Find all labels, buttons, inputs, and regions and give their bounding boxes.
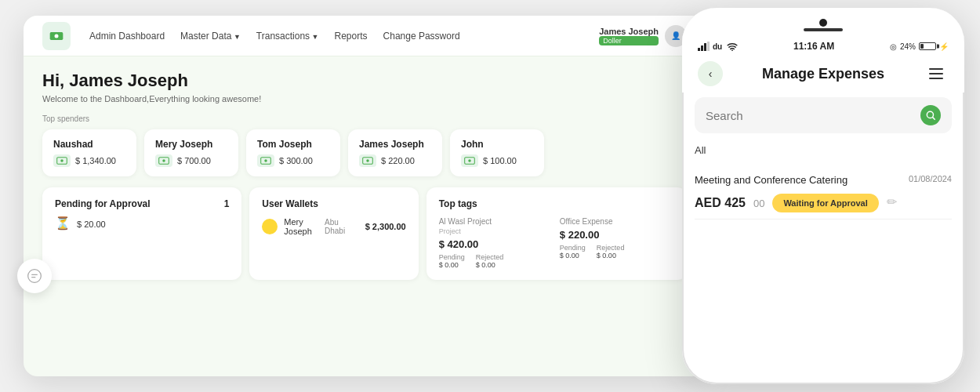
search-icon[interactable] — [920, 105, 941, 125]
phone-camera — [819, 19, 827, 27]
page-title: Manage Expenses — [762, 66, 884, 82]
location-icon: ◎ — [890, 42, 897, 51]
phone-notch — [682, 8, 964, 39]
expense-date: 01/08/2024 — [909, 174, 952, 183]
nav-user-badge: Doller — [599, 36, 659, 45]
tag-pending-label-0: Pending — [439, 253, 465, 261]
svg-point-12 — [28, 270, 42, 283]
wallet-avatar — [262, 219, 278, 234]
pending-title: Pending for Approval — [55, 198, 151, 209]
spender-name-3: James Joseph — [359, 139, 431, 150]
svg-point-7 — [264, 159, 267, 162]
carrier-name: du — [713, 42, 722, 51]
filter-tabs: All — [682, 138, 964, 162]
svg-point-1 — [55, 34, 59, 38]
money-icon-0 — [53, 154, 71, 167]
top-spenders-label: Top spenders — [42, 114, 687, 123]
spender-card-1[interactable]: Mery Joseph $ 700.00 — [144, 129, 238, 176]
svg-rect-14 — [701, 45, 703, 51]
nav-master-data[interactable]: Master Data — [180, 31, 241, 42]
pending-count: 1 — [224, 198, 230, 209]
nav-transactions[interactable]: Transactions — [256, 31, 319, 42]
signal-icon — [698, 42, 710, 51]
status-left: du — [698, 42, 738, 51]
greeting-subtitle: Welcome to the Dashboard,Everything look… — [42, 94, 687, 103]
battery-fill — [920, 44, 924, 49]
tag-pending-value-1: $ 0.00 — [560, 252, 586, 260]
menu-button[interactable] — [924, 61, 949, 86]
floating-chat-button[interactable] — [17, 259, 52, 293]
spender-amount-4: $ 100.00 — [483, 156, 517, 165]
tags-card: Top tags Al Wasl Project Project $ 420.0… — [426, 187, 687, 280]
scene: Admin Dashboard Master Data Transactions… — [0, 0, 980, 392]
hourglass-icon: ⏳ — [55, 216, 72, 233]
expense-amount-cents: 00 — [753, 198, 764, 209]
wallets-title: User Wallets — [262, 198, 405, 209]
spender-card-0[interactable]: Naushad $ 1,340.00 — [42, 129, 136, 176]
expense-item: Meeting and Conference Catering 01/08/20… — [695, 168, 952, 220]
wallet-row[interactable]: Mery Joseph Abu Dhabi $ 2,300.00 — [262, 217, 405, 236]
nav-reports[interactable]: Reports — [335, 31, 368, 42]
menu-line-2 — [929, 73, 943, 74]
nav-admin-dashboard[interactable]: Admin Dashboard — [89, 31, 165, 42]
spender-card-4[interactable]: John $ 100.00 — [450, 129, 544, 176]
search-input[interactable] — [706, 109, 914, 122]
tags-grid: Al Wasl Project Project $ 420.00 Pending… — [439, 217, 674, 269]
pending-amount: $ 20.00 — [77, 220, 106, 229]
menu-line-1 — [929, 68, 943, 70]
svg-point-17 — [731, 49, 733, 51]
wallets-card: User Wallets Mery Joseph Abu Dhabi $ 2,3… — [249, 187, 418, 280]
spender-card-2[interactable]: Tom Joseph $ 300.00 — [246, 129, 340, 176]
expense-name: Meeting and Conference Catering — [695, 174, 848, 186]
pending-card[interactable]: Pending for Approval 1 ⏳ $ 20.00 — [42, 187, 241, 280]
svg-rect-13 — [698, 48, 700, 51]
svg-rect-16 — [707, 42, 710, 51]
tag-group-0: Al Wasl Project Project $ 420.00 Pending… — [439, 217, 554, 269]
lightning-icon: ⚡ — [939, 42, 949, 51]
spender-name-0: Naushad — [53, 139, 125, 150]
back-button[interactable]: ‹ — [698, 61, 723, 86]
bottom-row: Pending for Approval 1 ⏳ $ 20.00 User Wa… — [42, 187, 687, 280]
spender-amount-0: $ 1,340.00 — [75, 156, 116, 165]
money-icon-3 — [359, 154, 376, 167]
tag-name-0: Al Wasl Project — [439, 217, 554, 226]
tag-rejected-label-1: Rejected — [597, 244, 625, 252]
wallet-balance: $ 2,300.00 — [365, 222, 406, 231]
tag-group-1: Office Expense $ 220.00 Pending $ 0.00 R… — [560, 217, 674, 269]
status-time: 11:16 AM — [793, 41, 834, 52]
tag-rejected-value-0: $ 0.00 — [476, 261, 504, 269]
phone-app-header: ‹ Manage Expenses — [682, 55, 964, 93]
money-icon-1 — [155, 154, 172, 167]
spender-name-2: Tom Joseph — [257, 139, 329, 150]
nav-user: James Joseph Doller 👤 — [599, 25, 687, 47]
svg-rect-15 — [704, 43, 706, 51]
tag-name-1: Office Expense — [560, 217, 674, 226]
tag-amount-1: $ 220.00 — [560, 229, 674, 241]
edit-icon[interactable]: ✏ — [887, 194, 904, 212]
tag-rejected-label-0: Rejected — [476, 253, 504, 261]
tag-amount-0: $ 420.00 — [439, 238, 554, 250]
spender-cards: Naushad $ 1,340.00 Mery Joseph $ — [42, 129, 687, 176]
tags-title: Top tags — [439, 198, 674, 209]
tag-rejected-value-1: $ 0.00 — [597, 252, 625, 260]
app-logo — [42, 22, 71, 50]
nav-links: Admin Dashboard Master Data Transactions… — [89, 31, 599, 42]
expense-amount: AED 425 — [695, 196, 746, 210]
nav-change-password[interactable]: Change Password — [383, 31, 460, 42]
svg-point-3 — [60, 159, 64, 162]
spender-name-1: Mery Joseph — [155, 139, 227, 150]
phone-speaker — [804, 28, 843, 31]
dashboard-body: Hi, James Joseph Welcome to the Dashboar… — [24, 56, 706, 294]
svg-point-9 — [366, 159, 369, 162]
battery-bar — [919, 42, 936, 50]
phone-mockup: du 11:16 AM ◎ 24% ⚡ ‹ Manage E — [682, 8, 964, 384]
spender-card-3[interactable]: James Joseph $ 220.00 — [348, 129, 442, 176]
svg-point-5 — [162, 159, 165, 162]
spender-amount-3: $ 220.00 — [381, 156, 415, 165]
search-bar[interactable] — [695, 97, 952, 133]
battery-percent: 24% — [900, 42, 916, 51]
spender-amount-2: $ 300.00 — [279, 156, 313, 165]
nav-bar: Admin Dashboard Master Data Transactions… — [24, 16, 706, 56]
spender-name-4: John — [461, 139, 533, 150]
filter-all[interactable]: All — [695, 144, 706, 156]
